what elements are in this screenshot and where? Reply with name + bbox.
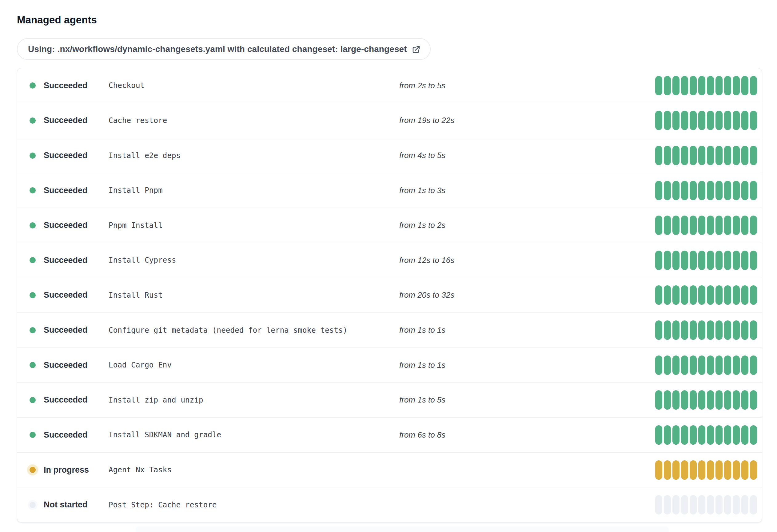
progress-segment [672, 111, 679, 130]
progress-segment [733, 76, 740, 95]
progress-segment [715, 146, 723, 165]
progress-segment [741, 181, 748, 200]
progress-segment [655, 425, 662, 445]
status-dot [29, 83, 36, 89]
status-cell: Succeeded [29, 395, 109, 405]
progress-segment [733, 181, 740, 200]
progress-segment [724, 320, 731, 340]
progress-segment [690, 356, 697, 375]
progress-segment [750, 460, 757, 480]
progress-segment [707, 216, 714, 235]
progress-segment [724, 251, 731, 270]
progress-segment [750, 356, 757, 375]
step-row[interactable]: Succeeded Checkout from 2s to 5s [17, 68, 762, 103]
progress-segment [664, 495, 671, 515]
progress-segment [690, 251, 697, 270]
progress-segment [724, 146, 731, 165]
progress-segment [672, 425, 679, 445]
step-name: Install SDKMAN and gradle [109, 430, 399, 439]
step-name: Checkout [109, 81, 399, 90]
step-row[interactable]: Succeeded Install Cypress from 12s to 16… [17, 243, 762, 278]
agent-progress-bar [655, 146, 757, 165]
agents-card: Succeeded Checkout from 2s to 5s Succeed… [17, 68, 762, 522]
page-title: Managed agents [17, 13, 777, 26]
progress-segment [733, 460, 740, 480]
progress-segment [741, 390, 748, 410]
status-cell: Succeeded [29, 290, 109, 300]
status-label: Not started [44, 500, 88, 510]
progress-segment [750, 146, 757, 165]
step-row[interactable]: Succeeded Configure git metadata (needed… [17, 312, 762, 348]
progress-segment [733, 390, 740, 410]
progress-segment [707, 495, 714, 515]
progress-segment [715, 390, 723, 410]
status-cell: In progress [29, 465, 109, 475]
progress-segment [707, 251, 714, 270]
progress-segment [707, 356, 714, 375]
progress-segment [655, 356, 662, 375]
agent-progress-bar [655, 111, 757, 130]
progress-segment [690, 285, 697, 305]
step-name: Install Pnpm [109, 186, 399, 195]
status-cell: Succeeded [29, 361, 109, 370]
step-row[interactable]: In progress Agent Nx Tasks [17, 452, 762, 488]
status-dot [29, 187, 36, 193]
progress-segment [664, 285, 671, 305]
status-label: Succeeded [44, 221, 88, 230]
progress-segment [681, 181, 688, 200]
step-row[interactable]: Succeeded Install Rust from 20s to 32s [17, 278, 762, 313]
status-label: Succeeded [44, 186, 88, 195]
progress-segment [664, 460, 671, 480]
step-row[interactable]: Succeeded Load Cargo Env from 1s to 1s [17, 348, 762, 383]
progress-segment [672, 216, 679, 235]
progress-segment [741, 285, 748, 305]
progress-segment [724, 181, 731, 200]
progress-segment [681, 111, 688, 130]
status-label: Succeeded [44, 151, 88, 160]
status-label: Succeeded [44, 290, 88, 300]
progress-segment [698, 181, 705, 200]
progress-segment [707, 111, 714, 130]
progress-segment [741, 460, 748, 480]
progress-segment [741, 146, 748, 165]
progress-segment [655, 216, 662, 235]
progress-segment [733, 111, 740, 130]
progress-segment [681, 76, 688, 95]
step-row[interactable]: Succeeded Pnpm Install from 1s to 2s [17, 208, 762, 243]
progress-segment [690, 320, 697, 340]
progress-segment [698, 390, 705, 410]
progress-segment [707, 76, 714, 95]
progress-segment [750, 320, 757, 340]
step-row[interactable]: Succeeded Cache restore from 19s to 22s [17, 103, 762, 138]
step-row[interactable]: Succeeded Install Pnpm from 1s to 3s [17, 173, 762, 208]
progress-segment [672, 251, 679, 270]
status-dot [29, 292, 36, 298]
progress-segment [741, 356, 748, 375]
progress-segment [741, 320, 748, 340]
progress-segment [707, 425, 714, 445]
status-label: Succeeded [44, 116, 88, 125]
progress-segment [698, 495, 705, 515]
step-row[interactable]: Succeeded Install zip and unzip from 1s … [17, 382, 762, 417]
agent-progress-bar [655, 390, 757, 410]
status-dot [29, 222, 36, 229]
step-duration: from 1s to 1s [399, 361, 655, 370]
step-name: Install Rust [109, 291, 399, 299]
next-card-partial [136, 526, 669, 532]
workflow-banner-link[interactable]: Using: .nx/workflows/dynamic-changesets.… [17, 38, 431, 60]
progress-segment [715, 495, 723, 515]
status-cell: Succeeded [29, 151, 109, 160]
progress-segment [664, 216, 671, 235]
step-name: Install e2e deps [109, 151, 399, 160]
step-duration: from 6s to 8s [399, 430, 655, 440]
step-row[interactable]: Succeeded Install SDKMAN and gradle from… [17, 417, 762, 452]
progress-segment [741, 495, 748, 515]
external-link-icon[interactable] [412, 45, 421, 54]
progress-segment [750, 390, 757, 410]
step-row[interactable]: Not started Post Step: Cache restore [17, 487, 762, 522]
step-row[interactable]: Succeeded Install e2e deps from 4s to 5s [17, 138, 762, 173]
progress-segment [750, 111, 757, 130]
status-label: Succeeded [44, 256, 88, 265]
progress-segment [664, 356, 671, 375]
agent-progress-bar [655, 285, 757, 305]
